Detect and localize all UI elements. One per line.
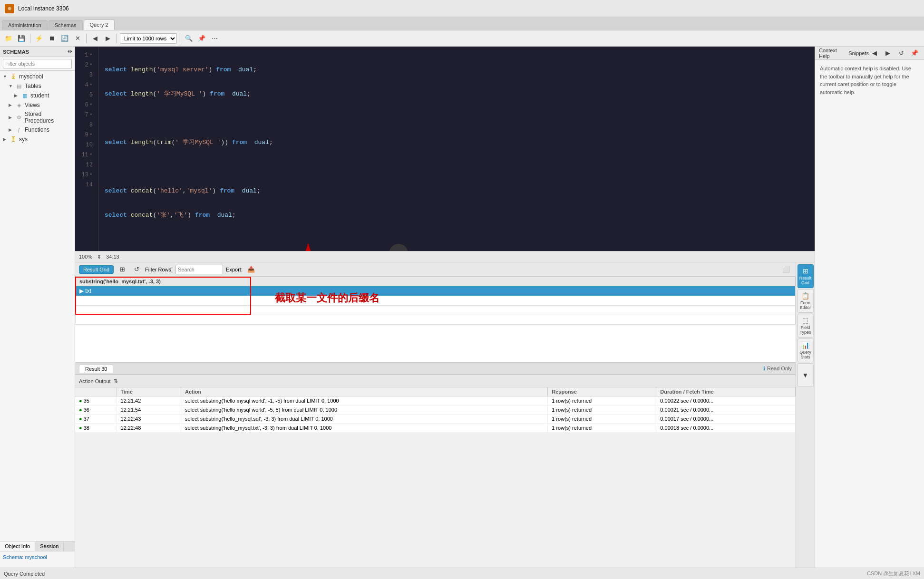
right-btn-down[interactable]: ▼ — [798, 363, 814, 387]
context-refresh-btn[interactable]: ↺ — [895, 48, 907, 59]
line-num-14: 14 — [77, 180, 97, 190]
line-numbers: 1 2 3 4 5 6 7 8 9 10 11 12 13 14 — [75, 47, 99, 251]
sidebar-item-sys[interactable]: ▶ 🗄 sys — [0, 135, 75, 144]
result-grid-label: Result Grid — [798, 276, 813, 285]
col-header-substring: substring('hello_mysql.txt', -3, 3) — [76, 277, 796, 286]
code-line-8 — [105, 234, 809, 244]
bl-tab-object-info[interactable]: Object Info — [0, 541, 35, 551]
zoom-stepper[interactable]: ⇕ — [97, 254, 101, 260]
action-row-35[interactable]: ● 35 12:21:42 select substring('hello my… — [75, 396, 796, 405]
expand-icon-fn: ▶ — [9, 127, 14, 132]
zoom-level: 100% — [79, 254, 92, 260]
line-num-4: 4 — [77, 80, 97, 90]
export-btn[interactable]: 📤 — [245, 264, 257, 275]
line-num-5: 5 — [77, 90, 97, 100]
toolbar-stop-btn[interactable]: ⏹ — [46, 33, 58, 44]
scroll-down-icon: ▼ — [802, 371, 809, 379]
toolbar-prev-btn[interactable]: ◀ — [89, 33, 101, 44]
result-tab-30[interactable]: Result 30 — [79, 365, 113, 373]
line-num-8: 8 — [77, 120, 97, 130]
line-num-10: 10 — [77, 140, 97, 150]
sidebar-item-functions[interactable]: ▶ ƒ Functions — [0, 125, 75, 135]
sidebar-item-views[interactable]: ▶ ◈ Views — [0, 100, 75, 110]
action-action-36: select substring('hello mysql world', -5… — [181, 405, 547, 415]
context-next-btn[interactable]: ▶ — [882, 48, 894, 59]
sidebar-item-student[interactable]: ▶ ▦ student — [0, 91, 75, 100]
action-response-37: 1 row(s) returned — [548, 415, 656, 424]
right-btn-result-grid[interactable]: ⊞ Result Grid — [798, 264, 814, 288]
context-prev-btn[interactable]: ◀ — [869, 48, 880, 59]
sidebar-item-label-tables: Tables — [25, 83, 41, 89]
action-output: Action Output ⇅ Time Action Response Dur… — [75, 375, 796, 433]
action-status-36: ● 36 — [75, 405, 117, 415]
context-pin-btn[interactable]: 📌 — [909, 48, 920, 59]
result-grid-btn[interactable]: Result Grid — [79, 265, 114, 274]
table-icon-student: ▦ — [21, 92, 29, 99]
table-row-empty-2 — [76, 306, 796, 315]
results-content: substring('hello_mysql.txt', -3, 3) txt — [75, 277, 796, 362]
action-status-37: ● 37 — [75, 415, 117, 424]
action-duration-38: 0.00018 sec / 0.0000... — [656, 424, 796, 433]
toolbar-clear-btn[interactable]: ✕ — [72, 33, 83, 44]
toolbar-open-btn[interactable]: 📁 — [3, 33, 14, 44]
line-num-9: 9 — [77, 130, 97, 140]
action-time-35: 12:21:42 — [117, 396, 181, 405]
toolbar-save-btn[interactable]: 💾 — [16, 33, 27, 44]
table-row-empty-3 — [76, 315, 796, 325]
tab-schemas[interactable]: Schemas — [49, 20, 83, 30]
table-row-selected[interactable]: txt — [76, 286, 796, 296]
read-only-label: Read Only — [767, 366, 792, 371]
toolbar-more-btn[interactable]: ⋯ — [209, 33, 220, 44]
editor-scroll[interactable]: 1 2 3 4 5 6 7 8 9 10 11 12 13 14 select … — [75, 47, 815, 251]
action-duration-35: 0.00022 sec / 0.0000... — [656, 396, 796, 405]
line-num-3: 3 — [77, 70, 97, 80]
result-grid-icon: ⊞ — [803, 267, 808, 275]
export-label: Export: — [226, 267, 243, 272]
sidebar-item-tables[interactable]: ▼ ▤ Tables — [0, 81, 75, 91]
code-lines[interactable]: select length('mysql server') from dual;… — [99, 47, 815, 251]
tab-query2[interactable]: Query 2 — [84, 19, 115, 30]
col-action: Action — [181, 387, 547, 396]
search-input[interactable] — [175, 265, 223, 274]
sidebar-item-label-views: Views — [25, 102, 40, 108]
filter-input[interactable] — [3, 59, 72, 68]
action-time-38: 12:22:48 — [117, 424, 181, 433]
toolbar-run-btn[interactable]: ⚡ — [33, 33, 45, 44]
sidebar-toggle-icon[interactable]: ⇔ — [68, 48, 72, 55]
title-bar: ⊕ Local instance 3306 — [0, 0, 924, 17]
limit-select[interactable]: Limit to 1000 rows — [120, 33, 177, 44]
field-types-label: Field Types — [798, 325, 813, 335]
sys-db-icon: 🗄 — [10, 135, 17, 143]
action-row-36[interactable]: ● 36 12:21:54 select substring('hello my… — [75, 405, 796, 415]
toolbar-search-btn[interactable]: 🔍 — [183, 33, 195, 44]
sidebar-item-stored-procedures[interactable]: ▶ ⚙ Stored Procedures — [0, 110, 75, 125]
results-refresh-icon[interactable]: ↺ — [131, 264, 142, 275]
results-grid-icon[interactable]: ⊞ — [117, 264, 128, 275]
query-editor[interactable]: 1 2 3 4 5 6 7 8 9 10 11 12 13 14 select … — [75, 47, 815, 251]
tab-administration[interactable]: Administration — [2, 20, 48, 30]
action-status-35: ● 35 — [75, 396, 117, 405]
expand-icon-tables: ▼ — [9, 84, 14, 88]
result-table: substring('hello_mysql.txt', -3, 3) txt — [75, 277, 796, 325]
right-btn-form-editor[interactable]: 📋 Form Editor — [798, 289, 814, 313]
action-row-38[interactable]: ● 38 12:22:48 select substring('hello_my… — [75, 424, 796, 433]
expand-icon-sp: ▶ — [9, 115, 14, 120]
sort-icon[interactable]: ⇅ — [114, 378, 118, 384]
sidebar-item-myschool[interactable]: ▼ 🗄 myschool — [0, 72, 75, 81]
main-tabs-bar: Administration Schemas Query 2 — [0, 17, 924, 30]
action-table: Time Action Response Duration / Fetch Ti… — [75, 387, 796, 433]
right-btn-field-types[interactable]: ⬚ Field Types — [798, 314, 814, 338]
action-duration-37: 0.00017 sec / 0.0000... — [656, 415, 796, 424]
toolbar-refresh-btn[interactable]: 🔄 — [59, 33, 70, 44]
toolbar-bookmark-btn[interactable]: 📌 — [196, 33, 207, 44]
results-expand-btn[interactable]: ⬜ — [780, 264, 792, 275]
expand-icon-views: ▶ — [9, 103, 14, 107]
action-row-37[interactable]: ● 37 12:22:43 select substring('hello_my… — [75, 415, 796, 424]
right-btn-query-stats[interactable]: 📊 Query Stats — [798, 338, 814, 362]
toolbar-next-btn[interactable]: ▶ — [102, 33, 114, 44]
bl-tab-session[interactable]: Session — [35, 541, 64, 551]
db-icon: 🗄 — [10, 73, 17, 80]
field-types-icon: ⬚ — [802, 317, 808, 324]
result-table-wrapper[interactable]: substring('hello_mysql.txt', -3, 3) txt — [75, 277, 796, 362]
toolbar-sep-1 — [30, 34, 30, 43]
